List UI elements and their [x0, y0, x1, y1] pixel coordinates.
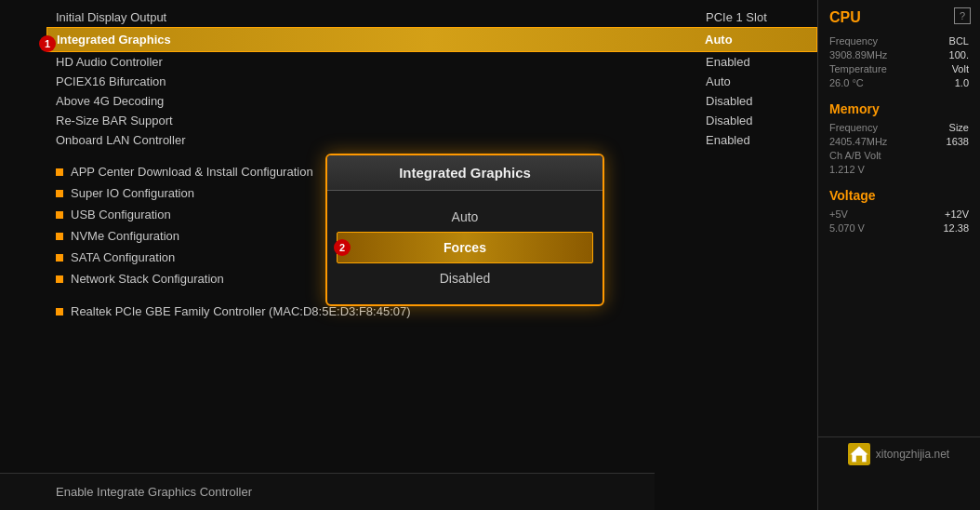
label-initial-display: Initial Display Output [56, 10, 166, 24]
temp-volt-label: Volt [952, 63, 969, 74]
svg-rect-3 [856, 456, 862, 463]
mem-freq-label: Frequency [829, 122, 878, 133]
volt-val: 1.0 [955, 77, 969, 88]
settings-list: Initial Display Output PCIe 1 Slot Integ… [0, 7, 817, 150]
bullet-label-1: Super IO Configuration [71, 186, 194, 200]
voltage-label-row: +5V +12V [829, 208, 969, 220]
label-hd-audio: HD Audio Controller [56, 55, 163, 69]
watermark-text: xitongzhijia.net [876, 448, 949, 461]
sidebar-cpu-title: CPU [829, 9, 969, 26]
label-onboard-lan: Onboard LAN Controller [56, 133, 185, 147]
sidebar-row-temp-label: Temperature Volt [829, 63, 969, 74]
label-resize-bar: Re-Size BAR Support [56, 114, 173, 128]
freq-label: Frequency [829, 35, 878, 47]
mem-volt-label-row: Ch A/B Volt [829, 150, 969, 161]
volt-5v-val: 5.070 V [829, 222, 865, 234]
sidebar-cpu-section: Frequency BCL 3908.89MHz 100. Temperatur… [829, 35, 969, 88]
badge-2: 2 [334, 239, 351, 256]
sidebar-row-freq-val: 3908.89MHz 100. [829, 49, 969, 60]
mem-size-val: 1638 [947, 136, 969, 147]
bullet-icon-0 [56, 168, 63, 176]
temp-val: 26.0 °C [829, 77, 864, 88]
popup-options: Auto 2 Forces Disabled [327, 191, 603, 304]
mem-size-label: Size [949, 122, 969, 133]
sidebar-voltage-section: Voltage +5V +12V 5.070 V 12.38 [829, 188, 969, 234]
watermark: xitongzhijia.net [817, 436, 980, 471]
sidebar-memory-section: Memory Frequency Size 2405.47MHz 1638 Ch… [829, 101, 969, 175]
label-above-4g: Above 4G Decoding [56, 94, 164, 108]
status-text: Enable Integrate Graphics Controller [56, 485, 252, 499]
mem-freq-label-row: Frequency Size [829, 122, 969, 133]
bullet-label-4: SATA Configuration [71, 250, 175, 264]
temp-label: Temperature [829, 63, 887, 74]
value-onboard-lan: Enabled [706, 133, 799, 147]
question-mark-button[interactable]: ? [954, 7, 971, 24]
integrated-graphics-popup: Integrated Graphics Auto 2 Forces Disabl… [325, 154, 604, 306]
setting-row-resize-bar[interactable]: Re-Size BAR Support Disabled [56, 111, 817, 130]
setting-row-integrated-graphics[interactable]: Integrated Graphics Auto [46, 27, 817, 52]
bullet-label-0: APP Center Download & Install Configurat… [71, 165, 313, 179]
setting-row-initial-display[interactable]: Initial Display Output PCIe 1 Slot [56, 7, 817, 27]
setting-row-onboard-lan[interactable]: Onboard LAN Controller Enabled [56, 130, 817, 150]
watermark-logo-icon [848, 443, 870, 465]
popup-option-auto[interactable]: Auto [327, 202, 603, 232]
bullet-icon-4 [56, 254, 63, 262]
mem-volt-label: Ch A/B Volt [829, 150, 881, 161]
volt-12v-val: 12.38 [943, 222, 969, 234]
memory-title: Memory [829, 101, 969, 116]
popup-forces-label: Forces [444, 240, 486, 255]
mem-freq-val: 2405.47MHz [829, 136, 887, 147]
volt-5v-label: +5V [829, 208, 848, 220]
popup-title: Integrated Graphics [327, 155, 603, 191]
setting-row-pciex16[interactable]: PCIEX16 Bifurcation Auto [56, 72, 817, 91]
bullet-label-5: Network Stack Configuration [71, 272, 224, 286]
label-pciex16: PCIEX16 Bifurcation [56, 74, 166, 88]
bullet-icon-1 [56, 190, 63, 197]
voltage-title: Voltage [829, 188, 969, 203]
freq-mhz: 3908.89MHz [829, 49, 887, 60]
volt-12v-label: +12V [945, 208, 969, 220]
bullet-icon-2 [56, 211, 63, 219]
mem-freq-val-row: 2405.47MHz 1638 [829, 136, 969, 147]
value-pciex16: Auto [706, 74, 799, 88]
sidebar-row-freq-label: Frequency BCL [829, 35, 969, 47]
value-initial-display: PCIe 1 Slot [706, 10, 799, 24]
mem-volt-val-row: 1.212 V [829, 164, 969, 175]
bullet-label-3: NVMe Configuration [71, 229, 179, 243]
freq-value-bcl: BCL [949, 35, 969, 47]
badge-1: 1 [39, 35, 56, 52]
value-hd-audio: Enabled [706, 55, 799, 69]
realtek-label: Realtek PCIe GBE Family Controller (MAC:… [71, 304, 411, 318]
bullet-icon-5 [56, 275, 63, 283]
freq-mhz-val: 100. [949, 49, 969, 60]
status-bar: Enable Integrate Graphics Controller [0, 473, 655, 510]
voltage-val-row: 5.070 V 12.38 [829, 222, 969, 234]
label-integrated-graphics: Integrated Graphics [57, 33, 171, 47]
sidebar: ? CPU Frequency BCL 3908.89MHz 100. Temp… [817, 0, 980, 510]
popup-option-forces[interactable]: 2 Forces [337, 232, 593, 263]
sidebar-row-temp-val: 26.0 °C 1.0 [829, 77, 969, 88]
value-resize-bar: Disabled [706, 114, 799, 128]
bullet-icon-3 [56, 233, 63, 240]
realtek-bullet [56, 308, 63, 315]
mem-volt-val: 1.212 V [829, 164, 865, 175]
setting-row-hd-audio[interactable]: HD Audio Controller Enabled [56, 52, 817, 72]
value-integrated-graphics: Auto [705, 33, 798, 47]
value-above-4g: Disabled [706, 94, 799, 108]
bullet-label-2: USB Configuration [71, 208, 171, 221]
popup-option-disabled[interactable]: Disabled [327, 263, 603, 293]
setting-row-above-4g[interactable]: Above 4G Decoding Disabled [56, 91, 817, 111]
